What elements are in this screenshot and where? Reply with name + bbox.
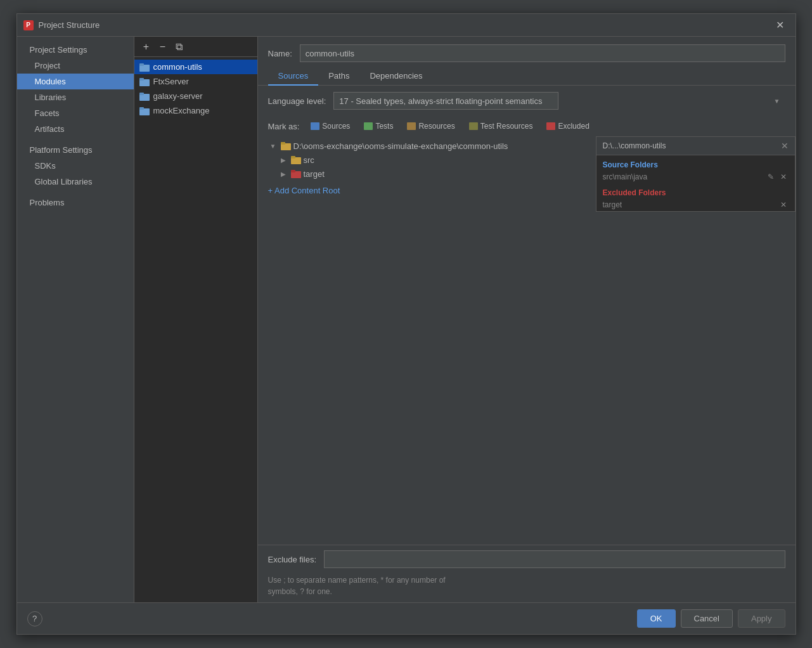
svg-rect-13 <box>291 170 295 172</box>
sidebar-item-artifacts[interactable]: Artifacts <box>17 121 134 137</box>
mark-as-label: Mark as: <box>268 122 300 131</box>
chevron-down-icon: ▼ <box>268 141 278 151</box>
excluded-folder-actions: ✕ <box>778 200 789 210</box>
svg-rect-9 <box>281 142 285 145</box>
dialog-title: Project Structure <box>39 20 771 30</box>
cancel-button[interactable]: Cancel <box>681 609 733 628</box>
svg-rect-3 <box>139 78 144 81</box>
sidebar-item-platform-settings[interactable]: Platform Settings <box>17 142 134 158</box>
app-icon: P <box>23 20 34 30</box>
excluded-color-icon <box>546 122 555 130</box>
mark-as-sources-button[interactable]: Sources <box>306 120 355 133</box>
name-input[interactable] <box>300 44 785 62</box>
module-item-mockexchange[interactable]: mockExchange <box>134 103 257 118</box>
tabs-row: Sources Paths Dependencies <box>258 67 796 86</box>
chevron-right-icon: ▶ <box>278 155 288 165</box>
sidebar-item-libraries[interactable]: Libraries <box>17 89 134 105</box>
dialog-body: Project Settings Project Modules Librari… <box>17 37 796 602</box>
language-level-select-wrap: 17 - Sealed types, always-strict floatin… <box>333 92 785 110</box>
source-folders-section: Source Folders src\main\java ✎ ✕ <box>596 155 795 183</box>
source-folder-actions: ✎ ✕ <box>766 172 789 182</box>
folder-icon <box>139 77 150 86</box>
popup-panel: D:\...\common-utils ✕ Source Folders src… <box>596 136 796 212</box>
svg-rect-7 <box>139 107 144 110</box>
footer-left: ? <box>27 611 42 626</box>
remove-module-button[interactable]: − <box>156 40 170 54</box>
tab-sources[interactable]: Sources <box>268 67 319 86</box>
module-item-common-utils[interactable]: common-utils <box>134 60 257 74</box>
folder-icon <box>291 155 301 164</box>
sidebar-item-facets[interactable]: Facets <box>17 105 134 121</box>
popup-close-button[interactable]: ✕ <box>781 141 789 151</box>
help-button[interactable]: ? <box>27 611 42 626</box>
mark-as-row: Mark as: Sources Tests Resources <box>258 116 796 136</box>
sidebar-item-problems[interactable]: Problems <box>17 195 134 211</box>
sidebar-item-project[interactable]: Project <box>17 58 134 74</box>
folder-icon <box>139 107 150 115</box>
excluded-folder-item: target ✕ <box>596 198 795 211</box>
module-list: common-utils FtxServer galaxy-server <box>134 57 257 602</box>
svg-rect-11 <box>291 156 295 159</box>
name-label: Name: <box>268 49 292 58</box>
close-button[interactable]: ✕ <box>771 16 789 34</box>
chevron-right-icon: ▶ <box>278 169 288 179</box>
copy-module-button[interactable]: ⧉ <box>172 40 186 54</box>
tests-color-icon <box>364 122 373 130</box>
hint-text: Use ; to separate name patterns, * for a… <box>258 573 796 602</box>
source-folder-path: src\main\java <box>603 172 648 181</box>
svg-rect-5 <box>139 93 144 95</box>
folder-icon <box>139 63 150 72</box>
remove-source-folder-button[interactable]: ✕ <box>778 172 789 182</box>
sidebar-item-modules[interactable]: Modules <box>17 74 134 89</box>
module-item-galaxy-server[interactable]: galaxy-server <box>134 89 257 103</box>
exclude-files-label: Exclude files: <box>268 555 317 564</box>
project-structure-dialog: P Project Structure ✕ Project Settings P… <box>16 13 796 635</box>
sidebar-item-global-libraries[interactable]: Global Libraries <box>17 174 134 190</box>
excluded-folder-path: target <box>603 200 622 209</box>
folder-icon <box>281 141 291 150</box>
tab-content-sources: Language level: 17 - Sealed types, alway… <box>258 86 796 602</box>
source-folders-label: Source Folders <box>596 155 795 171</box>
footer-right: OK Cancel Apply <box>637 609 785 628</box>
language-level-select[interactable]: 17 - Sealed types, always-strict floatin… <box>333 92 558 110</box>
file-tree-area: ▼ D:\ooms-exchange\ooms-simulate-exchang… <box>258 136 796 545</box>
exclude-files-input[interactable] <box>324 550 785 568</box>
svg-rect-1 <box>139 63 144 66</box>
source-folder-item: src\main\java ✎ ✕ <box>596 171 795 183</box>
main-content: Name: Sources Paths Dependencies Lang <box>258 37 796 602</box>
edit-source-folder-button[interactable]: ✎ <box>766 172 776 182</box>
tab-dependencies[interactable]: Dependencies <box>359 67 432 86</box>
sidebar-item-project-settings[interactable]: Project Settings <box>17 42 134 58</box>
mark-as-resources-button[interactable]: Resources <box>402 120 460 133</box>
popup-header: D:\...\common-utils ✕ <box>596 137 795 155</box>
popup-title: D:\...\common-utils <box>603 141 666 150</box>
dialog-footer: ? OK Cancel Apply <box>17 602 796 634</box>
mark-as-test-resources-button[interactable]: Test Resources <box>464 120 538 133</box>
test-resources-color-icon <box>469 122 478 130</box>
exclude-files-row: Exclude files: <box>258 545 796 573</box>
excluded-folders-section: Excluded Folders target ✕ <box>596 183 795 211</box>
apply-button[interactable]: Apply <box>738 609 785 628</box>
tab-paths[interactable]: Paths <box>318 67 359 86</box>
folder-icon <box>291 169 301 178</box>
sources-color-icon <box>311 122 319 130</box>
language-level-row: Language level: 17 - Sealed types, alway… <box>258 86 796 116</box>
mark-as-tests-button[interactable]: Tests <box>359 120 398 133</box>
mark-as-excluded-button[interactable]: Excluded <box>541 120 594 133</box>
ok-button[interactable]: OK <box>637 609 676 628</box>
resources-color-icon <box>407 122 416 130</box>
remove-excluded-folder-button[interactable]: ✕ <box>778 200 789 210</box>
sidebar-item-sdks[interactable]: SDKs <box>17 158 134 174</box>
sidebar: Project Settings Project Modules Librari… <box>17 37 134 602</box>
folder-icon <box>139 92 150 101</box>
add-module-button[interactable]: + <box>139 40 153 54</box>
excluded-folders-label: Excluded Folders <box>596 183 795 198</box>
title-bar: P Project Structure ✕ <box>17 14 796 37</box>
language-level-label: Language level: <box>268 96 326 106</box>
module-toolbar: + − ⧉ <box>134 37 257 57</box>
module-item-ftxserver[interactable]: FtxServer <box>134 74 257 89</box>
module-panel: + − ⧉ common-utils <box>134 37 258 602</box>
name-row: Name: <box>258 37 796 67</box>
